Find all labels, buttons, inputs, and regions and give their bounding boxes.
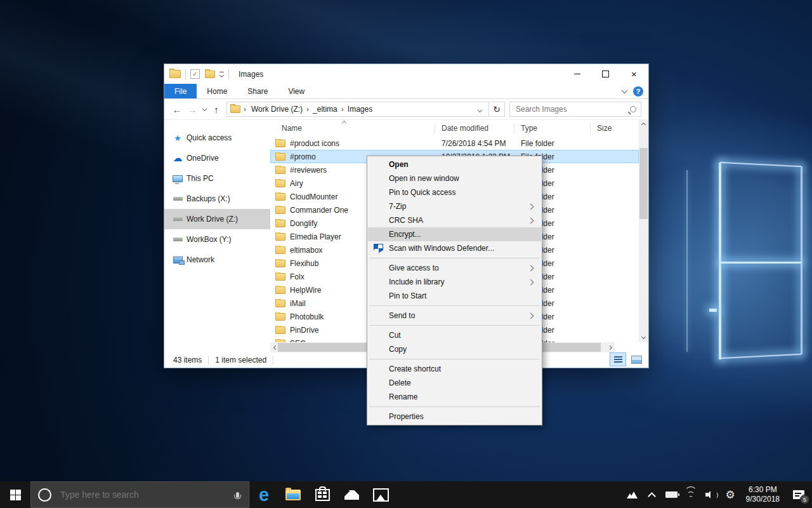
menu-item-send-to[interactable]: Send to xyxy=(368,309,541,323)
column-headers[interactable]: NameDate modifiedTypeSize xyxy=(270,120,648,137)
menu-item-7-zip[interactable]: 7-Zip xyxy=(368,199,541,213)
microphone-icon[interactable] xyxy=(236,492,239,498)
details-view-button[interactable] xyxy=(610,352,626,366)
menu-item-pin-to-start[interactable]: Pin to Start xyxy=(368,289,541,303)
menu-item-rename[interactable]: Rename xyxy=(368,390,541,404)
address-dropdown-icon[interactable] xyxy=(478,105,485,114)
sidebar-item-backups-x[interactable]: Backups (X:) xyxy=(164,189,270,209)
scroll-down-icon[interactable] xyxy=(639,333,648,342)
breadcrumb-item-work-drive-z[interactable]: Work Drive (Z:) xyxy=(249,105,304,114)
menu-item-give-access-to[interactable]: Give access to xyxy=(368,261,541,275)
folder-icon xyxy=(275,166,285,174)
column-header-name[interactable]: Name xyxy=(270,123,435,134)
menu-item-cut[interactable]: Cut xyxy=(368,328,541,342)
recent-locations-dropdown-icon[interactable] xyxy=(200,109,209,110)
tab-file[interactable]: File xyxy=(164,84,197,98)
breadcrumb-item-images[interactable]: Images xyxy=(346,105,374,114)
minimize-button[interactable] xyxy=(563,64,591,84)
taskbar: e ⚙ 6:30 PM 9/30/2018 5 xyxy=(0,481,812,508)
divider xyxy=(228,69,229,79)
file-name: Donglify xyxy=(290,219,317,228)
menu-item-delete[interactable]: Delete xyxy=(368,376,541,390)
expand-ribbon-icon[interactable] xyxy=(622,87,628,93)
scroll-up-icon[interactable] xyxy=(639,120,648,130)
breadcrumb[interactable]: › Work Drive (Z:)›_eltima›Images xyxy=(226,102,489,117)
taskbar-mail-button[interactable] xyxy=(337,481,366,508)
menu-item-create-shortcut[interactable]: Create shortcut xyxy=(368,362,541,376)
taskbar-store-button[interactable] xyxy=(308,481,337,508)
wallpaper-window-glow xyxy=(720,262,801,264)
battery-icon[interactable] xyxy=(662,481,681,508)
taskbar-search-box[interactable] xyxy=(30,481,249,508)
hidden-app-icon[interactable] xyxy=(622,481,642,508)
help-icon[interactable]: ? xyxy=(633,86,643,97)
column-header-date-modified[interactable]: Date modified xyxy=(435,123,514,134)
menu-item-properties[interactable]: Properties xyxy=(368,410,541,424)
menu-item-label: Pin to Quick access xyxy=(389,188,455,197)
file-name: Flexihub xyxy=(290,259,318,268)
properties-check-icon[interactable]: ✓ xyxy=(190,69,200,79)
date-modified-cell: 7/26/2018 4:54 PM xyxy=(435,139,514,148)
breadcrumb-separator: › xyxy=(242,105,248,114)
taskbar-file-explorer-button[interactable] xyxy=(278,481,308,508)
sidebar-item-workbox-y[interactable]: WorkBox (Y:) xyxy=(164,229,270,250)
menu-item-open[interactable]: Open xyxy=(368,157,541,171)
sidebar-item-work-drive-z[interactable]: Work Drive (Z:) xyxy=(164,209,270,229)
settings-gear-icon[interactable]: ⚙ xyxy=(721,481,740,508)
file-row-product-icons[interactable]: #product icons7/26/2018 4:54 PMFile fold… xyxy=(270,137,639,150)
search-box[interactable] xyxy=(509,102,641,117)
taskbar-photos-button[interactable] xyxy=(366,481,395,508)
address-bar: ← → ↑ › Work Drive (Z:)›_eltima›Images ↻ xyxy=(164,99,648,120)
folder-icon xyxy=(275,286,285,294)
sidebar-item-this-pc[interactable]: This PC xyxy=(164,168,270,189)
folder-icon xyxy=(275,180,285,187)
maximize-button[interactable] xyxy=(591,64,620,84)
sidebar-item-quick-access[interactable]: ★Quick access xyxy=(164,128,270,148)
start-button[interactable] xyxy=(0,481,30,508)
action-center-button[interactable]: 5 xyxy=(785,481,812,508)
ribbon-tabs: FileHomeShareView ? xyxy=(164,84,648,99)
menu-item-pin-to-quick-access[interactable]: Pin to Quick access xyxy=(368,185,541,199)
forward-button[interactable]: → xyxy=(185,104,200,115)
menu-item-label: Send to xyxy=(389,311,415,320)
sidebar-item-onedrive[interactable]: ☁OneDrive xyxy=(164,148,270,168)
back-button[interactable]: ← xyxy=(169,104,185,115)
mail-icon xyxy=(344,490,359,500)
scroll-right-icon[interactable] xyxy=(605,342,615,352)
taskbar-search-input[interactable] xyxy=(59,489,228,500)
up-button[interactable]: ↑ xyxy=(209,104,224,115)
menu-item-encrypt[interactable]: Encrypt... xyxy=(368,227,541,241)
title-bar[interactable]: ✓ Images × xyxy=(164,64,648,84)
volume-icon[interactable] xyxy=(701,481,721,508)
search-input[interactable] xyxy=(514,104,630,114)
refresh-icon[interactable]: ↻ xyxy=(489,102,505,117)
selection-count: 1 item selected xyxy=(215,356,266,364)
store-icon xyxy=(315,489,330,501)
menu-item-crc-sha[interactable]: CRC SHA xyxy=(368,213,541,227)
vertical-scrollbar[interactable] xyxy=(639,120,648,342)
sidebar-item-network[interactable]: Network xyxy=(164,250,270,270)
tab-home[interactable]: Home xyxy=(197,84,237,98)
large-icons-view-button[interactable] xyxy=(628,352,645,366)
customize-toolbar-dropdown-icon[interactable] xyxy=(219,72,224,77)
large-icons-view-icon xyxy=(631,356,642,364)
menu-item-open-in-new-window[interactable]: Open in new window xyxy=(368,171,541,185)
show-hidden-icons-button[interactable] xyxy=(642,481,662,508)
drive-icon xyxy=(173,234,183,244)
taskbar-clock[interactable]: 6:30 PM 9/30/2018 xyxy=(746,485,780,504)
folder-icon xyxy=(275,233,285,241)
tab-view[interactable]: View xyxy=(278,84,315,98)
column-header-type[interactable]: Type xyxy=(514,123,591,134)
file-name: iMail xyxy=(290,299,306,308)
new-folder-icon[interactable] xyxy=(205,70,215,78)
menu-item-include-in-library[interactable]: Include in library xyxy=(368,275,541,289)
vertical-scrollbar-thumb[interactable] xyxy=(639,148,648,219)
taskbar-edge-button[interactable]: e xyxy=(249,481,278,508)
menu-item-copy[interactable]: Copy xyxy=(368,342,541,356)
menu-item-label: Include in library xyxy=(389,277,444,286)
wifi-icon[interactable] xyxy=(681,481,701,508)
close-button[interactable]: × xyxy=(620,64,648,84)
breadcrumb-item-eltima[interactable]: _eltima xyxy=(311,105,339,114)
tab-share[interactable]: Share xyxy=(237,84,278,98)
menu-item-scan-with-windows-defender[interactable]: Scan with Windows Defender... xyxy=(368,241,541,255)
